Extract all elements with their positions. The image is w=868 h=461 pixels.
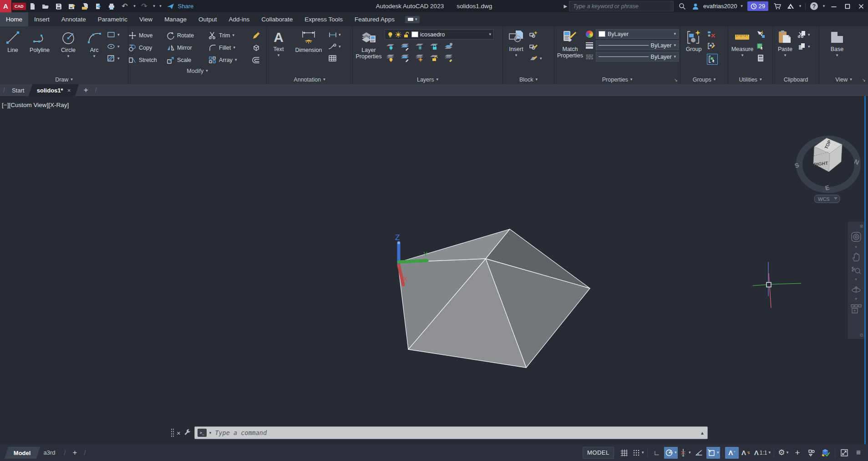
navigation-wheel-dropdown[interactable]: ▾	[855, 245, 857, 249]
tab-home[interactable]: Home	[0, 12, 28, 26]
properties-panel-launcher[interactable]: ↘	[674, 77, 678, 82]
save-to-web-button[interactable]	[92, 0, 105, 12]
maximize-window-button[interactable]	[841, 0, 854, 12]
panel-label-groups[interactable]: Groups▾	[680, 75, 728, 84]
command-bar-close-button[interactable]: ×	[177, 429, 181, 437]
edit-block-button[interactable]	[529, 42, 542, 51]
rectangle-button[interactable]: ▾	[107, 30, 120, 39]
share-label[interactable]: Share	[178, 3, 194, 10]
text-button[interactable]: A Text ▾	[268, 28, 289, 57]
orbit-dropdown[interactable]: ▾	[855, 297, 857, 301]
username[interactable]: evafrias2020	[703, 3, 737, 10]
navbar-close-button[interactable]: ⊗	[860, 224, 863, 229]
command-history-toggle[interactable]: ▲	[700, 430, 705, 435]
layer-isolate-button[interactable]	[386, 53, 396, 62]
lineweight-combo[interactable]: ByLayer ▾	[596, 41, 679, 50]
ribbon-display-toggle[interactable]: ▾	[405, 16, 420, 23]
navigation-wheel-button[interactable]	[851, 231, 862, 242]
layer-properties-button[interactable]: Layer Properties	[354, 28, 383, 60]
zoom-extents-button[interactable]	[851, 265, 861, 275]
layer-merge-button[interactable]	[444, 53, 454, 62]
search-input[interactable]	[572, 3, 670, 10]
define-attributes-button[interactable]: ▾	[529, 54, 542, 63]
share-button[interactable]	[164, 0, 177, 12]
graphics-performance-button[interactable]	[819, 447, 832, 459]
undo-button[interactable]: ↶	[118, 0, 132, 12]
close-window-button[interactable]	[854, 0, 868, 12]
autodesk-menu-button[interactable]	[784, 0, 797, 12]
minimize-window-button[interactable]	[827, 0, 841, 12]
line-button[interactable]: Line	[1, 28, 24, 53]
tab-output[interactable]: Output	[193, 12, 223, 26]
layer-unlock-button[interactable]	[429, 53, 439, 62]
showmotion-button[interactable]	[851, 304, 862, 314]
copy-clip-button[interactable]: ▾	[797, 42, 810, 51]
new-layout-button[interactable]: +	[69, 448, 81, 457]
polyline-button[interactable]: Polyline	[25, 28, 54, 53]
erase-button[interactable]	[252, 31, 263, 40]
explode-button[interactable]	[252, 44, 263, 52]
open-from-web-button[interactable]	[79, 0, 92, 12]
ungroup-button[interactable]	[707, 30, 718, 39]
layer-lock-button[interactable]	[429, 42, 439, 51]
cut-button[interactable]: ▾	[797, 30, 810, 39]
redo-button[interactable]: ↷	[138, 0, 151, 12]
file-tab-solidos1[interactable]: solidos1* ×	[29, 84, 79, 96]
new-drawing-button[interactable]	[26, 0, 39, 12]
tab-featured-apps[interactable]: Featured Apps	[349, 12, 401, 26]
group-edit-button[interactable]	[707, 42, 718, 51]
layout-tab-a3rd[interactable]: a3rd	[38, 449, 61, 456]
command-prompt-icon[interactable]: >_	[198, 429, 207, 437]
leader-button[interactable]: ▾	[328, 42, 341, 51]
ortho-button[interactable]: ∟	[650, 447, 664, 459]
autocad-logo[interactable]: A	[0, 0, 11, 12]
panel-label-draw[interactable]: Draw▾	[0, 75, 128, 84]
tab-view[interactable]: View	[133, 12, 158, 26]
polar-tracking-button[interactable]: ▾	[664, 447, 678, 459]
hatch-button[interactable]: ▾	[107, 54, 120, 63]
layer-freeze-thaw-button[interactable]	[415, 53, 425, 62]
quick-select-button[interactable]	[756, 30, 766, 39]
annotation-autoscale-button[interactable]: Λ↯	[739, 447, 753, 459]
icosahedron-solid[interactable]	[398, 229, 590, 368]
layer-off-button[interactable]	[386, 42, 396, 51]
annotation-scale-button[interactable]: Λ 1:1 ▾	[753, 447, 772, 459]
command-input-bar[interactable]: >_ ▾ ▲	[194, 426, 708, 439]
group-selection-toggle[interactable]	[707, 54, 718, 65]
panel-label-properties[interactable]: Properties▾	[554, 75, 680, 84]
layer-make-current-button[interactable]	[400, 42, 410, 51]
license-timer-badge[interactable]: 29	[747, 1, 768, 11]
object-snap-button[interactable]: ▾	[706, 447, 720, 459]
snap-mode-button[interactable]: ▾	[631, 447, 645, 459]
quick-calculator-button[interactable]	[756, 54, 766, 63]
base-button[interactable]: Base ▾	[826, 28, 848, 57]
tab-express-tools[interactable]: Express Tools	[299, 12, 349, 26]
measure-button[interactable]: Measure ▾	[730, 28, 755, 57]
view-panel-launcher[interactable]: ↘	[862, 77, 866, 82]
model-space-button[interactable]: MODEL	[583, 447, 614, 459]
linetype-combo[interactable]: ByLayer ▾	[596, 52, 679, 61]
clean-screen-button[interactable]	[838, 447, 851, 459]
mirror-button[interactable]: Mirror	[167, 44, 208, 52]
tab-parametric[interactable]: Parametric	[92, 12, 133, 26]
match-properties-button[interactable]: Match Properties	[556, 28, 584, 59]
wcs-menu-button[interactable]: WCS	[814, 195, 840, 203]
model-tab[interactable]: Model	[5, 447, 40, 459]
annotation-visibility-button[interactable]: Λ°	[725, 447, 739, 459]
search-expand-arrow[interactable]: ▶	[563, 4, 567, 9]
plot-button[interactable]	[105, 0, 118, 12]
tab-add-ins[interactable]: Add-ins	[223, 12, 255, 26]
search-box[interactable]	[569, 1, 674, 11]
command-customize-wrench-icon[interactable]	[183, 429, 192, 437]
account-dropdown[interactable]: ▾	[739, 4, 745, 8]
save-as-button[interactable]	[66, 0, 79, 12]
zoom-dropdown[interactable]: ▾	[855, 277, 857, 282]
layer-freeze-button[interactable]	[415, 42, 425, 51]
grid-display-button[interactable]	[617, 447, 631, 459]
layer-select-combo[interactable]: icosaedro ▾	[385, 29, 494, 40]
copy-button[interactable]: Copy	[128, 44, 167, 52]
new-drawing-tab-button[interactable]: +	[80, 84, 92, 96]
tab-insert[interactable]: Insert	[28, 12, 56, 26]
trim-button[interactable]: Trim ▾	[208, 31, 252, 40]
offset-button[interactable]	[252, 56, 263, 64]
